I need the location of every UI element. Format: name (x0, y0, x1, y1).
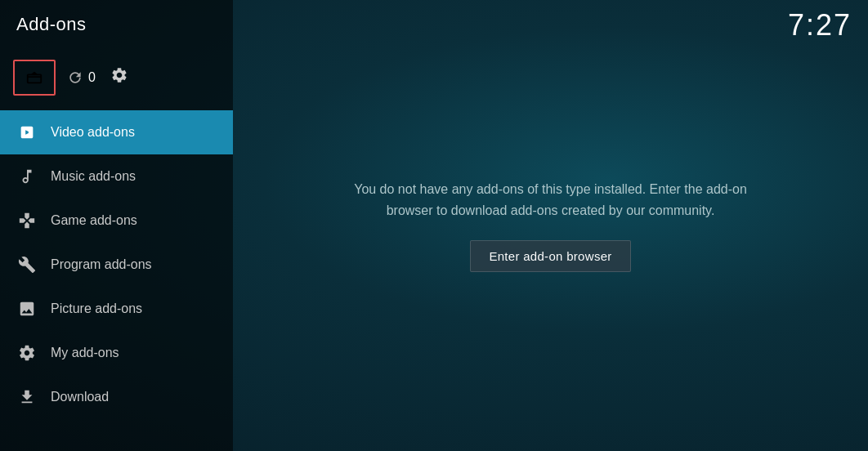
sidebar-item-label-picture: Picture add-ons (51, 301, 142, 316)
video-icon (16, 122, 38, 143)
sidebar-toolbar: 0 (0, 45, 233, 110)
enter-browser-button[interactable]: Enter add-on browser (470, 240, 630, 272)
sidebar-item-label-video: Video add-ons (51, 125, 135, 140)
sidebar-item-label-program: Program add-ons (51, 257, 152, 272)
sidebar-item-program[interactable]: Program add-ons (0, 243, 233, 287)
addon-box-button[interactable] (13, 60, 56, 96)
empty-state: You do not have any add-ons of this type… (338, 179, 763, 272)
sidebar-item-video[interactable]: Video add-ons (0, 110, 233, 154)
my-icon (16, 342, 38, 364)
sidebar-item-music[interactable]: Music add-ons (0, 154, 233, 199)
picture-icon (16, 298, 38, 319)
page-title: Add-ons (16, 14, 852, 35)
sidebar-item-label-game: Game add-ons (51, 213, 137, 228)
music-icon (16, 166, 38, 187)
sidebar-item-label-my: My add-ons (51, 346, 119, 360)
update-button[interactable]: 0 (67, 69, 96, 86)
program-icon (16, 254, 38, 275)
gear-icon (110, 66, 128, 84)
game-icon (16, 210, 38, 231)
main-content: You do not have any add-ons of this type… (233, 0, 868, 451)
sidebar: 0 Video add-ons Music add-ons (0, 0, 233, 451)
svg-rect-0 (28, 76, 42, 78)
sidebar-item-label-music: Music add-ons (51, 169, 136, 184)
download-icon (16, 386, 38, 408)
sidebar-item-game[interactable]: Game add-ons (0, 199, 233, 243)
addon-box-icon (25, 69, 43, 87)
clock: 7:27 (788, 8, 852, 42)
settings-button[interactable] (110, 66, 128, 89)
sidebar-item-label-download: Download (51, 390, 109, 404)
sidebar-item-my[interactable]: My add-ons (0, 331, 233, 375)
sidebar-item-picture[interactable]: Picture add-ons (0, 287, 233, 331)
empty-text: You do not have any add-ons of this type… (338, 179, 763, 221)
sidebar-item-download[interactable]: Download (0, 375, 233, 419)
refresh-icon (67, 69, 83, 86)
header: Add-ons 7:27 (0, 0, 868, 49)
update-count: 0 (88, 70, 96, 85)
